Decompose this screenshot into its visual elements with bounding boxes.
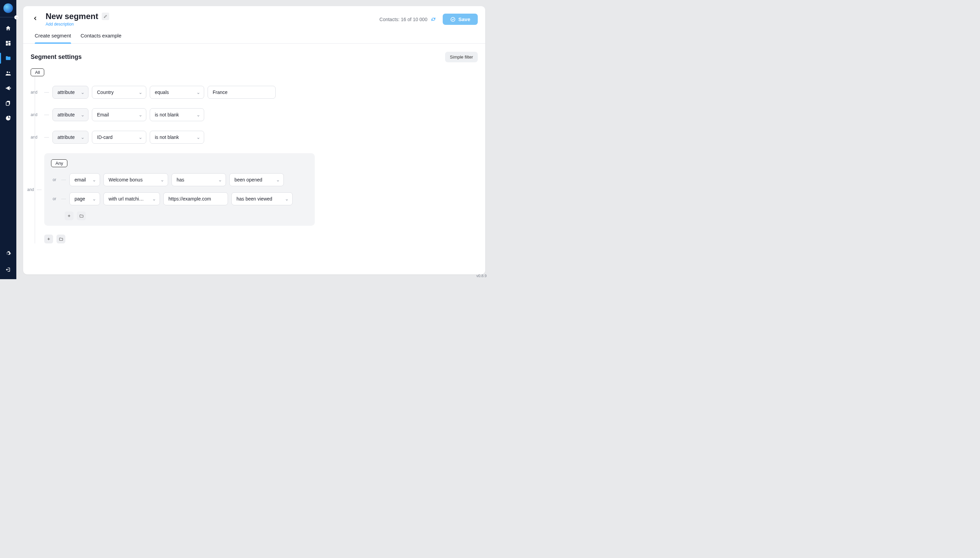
sidebar-expand-handle[interactable]: › xyxy=(0,17,16,17)
back-button[interactable] xyxy=(31,14,40,23)
version-label: v0.8.9 xyxy=(476,274,487,278)
rule-row: and attribute ⌄ Email ⌄ is not blank ⌄ xyxy=(31,108,478,121)
nav-copy[interactable] xyxy=(5,100,11,107)
chevron-down-icon: ⌄ xyxy=(218,177,222,182)
rule-value-input[interactable]: https://example.com xyxy=(163,192,228,205)
chevron-down-icon: ⌄ xyxy=(196,112,200,117)
tree-guide xyxy=(35,76,35,243)
segment-body: Segment settings Simple filter All and a… xyxy=(23,44,485,274)
sidebar: › xyxy=(0,0,16,279)
rule-kind-select[interactable]: email ⌄ xyxy=(69,173,100,186)
rule-kind-select[interactable]: attribute ⌄ xyxy=(52,131,88,144)
group-combinator-pill[interactable]: Any xyxy=(51,159,67,167)
chevron-down-icon: ⌄ xyxy=(139,135,142,140)
rule-field-select[interactable]: Country ⌄ xyxy=(92,86,146,99)
group-conjunction-label: and xyxy=(27,187,34,192)
rule-row: and attribute ⌄ ID-card ⌄ is not blank ⌄ xyxy=(31,131,478,144)
conjunction-label: and xyxy=(31,135,41,140)
pencil-icon xyxy=(103,14,108,18)
nested-group: and Any or email ⌄ Welcome bonus ⌄ ha xyxy=(44,153,315,226)
simple-filter-button[interactable]: Simple filter xyxy=(445,52,478,62)
add-rule-button[interactable] xyxy=(65,212,74,220)
svg-rect-3 xyxy=(6,44,8,46)
nav-logout[interactable] xyxy=(5,266,11,273)
chevron-down-icon: ⌄ xyxy=(81,135,85,140)
rule-kind-select[interactable]: attribute ⌄ xyxy=(52,108,88,121)
add-description-link[interactable]: Add description xyxy=(46,22,109,26)
conjunction-label: and xyxy=(31,112,41,117)
rule-field-select[interactable]: Welcome bonus ⌄ xyxy=(103,173,168,186)
check-circle-icon xyxy=(450,17,456,22)
rule-field-select[interactable]: with url matchi… ⌄ xyxy=(103,192,160,205)
rule-operator-select[interactable]: is not blank ⌄ xyxy=(150,131,204,144)
plus-icon xyxy=(67,214,71,218)
plus-icon xyxy=(47,237,51,241)
nav-megaphone[interactable] xyxy=(5,85,11,92)
chevron-down-icon: ⌄ xyxy=(81,90,85,95)
conjunction-label: or xyxy=(51,177,58,182)
rule-operator-select[interactable]: equals ⌄ xyxy=(150,86,204,99)
folder-icon xyxy=(59,237,63,241)
rule-kind-select[interactable]: page ⌄ xyxy=(69,192,100,205)
svg-rect-7 xyxy=(6,102,9,105)
tabs: Create segment Contacts example xyxy=(23,26,485,44)
folder-icon xyxy=(79,214,84,218)
refresh-icon xyxy=(431,17,436,22)
rule-row: or email ⌄ Welcome bonus ⌄ has ⌄ xyxy=(51,173,308,186)
rule-value-input[interactable]: France xyxy=(208,86,276,99)
rule-field-select[interactable]: Email ⌄ xyxy=(92,108,146,121)
header: New segment Add description Contacts: 16… xyxy=(23,6,485,26)
nav-people[interactable] xyxy=(5,70,11,77)
nav-dashboard[interactable] xyxy=(5,40,11,47)
rule-operator-select[interactable]: has been viewed ⌄ xyxy=(231,192,293,205)
rule-value-select[interactable]: been opened ⌄ xyxy=(229,173,284,186)
tab-contacts-example[interactable]: Contacts example xyxy=(81,33,121,43)
root-combinator-pill[interactable]: All xyxy=(31,69,44,76)
save-button-label: Save xyxy=(458,16,470,22)
nav-home[interactable] xyxy=(5,25,11,32)
filter-tree: All and attribute ⌄ Country ⌄ equals ⌄ xyxy=(31,69,478,243)
chevron-down-icon: ⌄ xyxy=(285,196,289,202)
segment-settings-heading: Segment settings xyxy=(31,53,82,61)
app-logo xyxy=(3,3,13,13)
main-panel: New segment Add description Contacts: 16… xyxy=(23,6,485,274)
chevron-down-icon: ⌄ xyxy=(81,112,85,117)
chevron-down-icon: ⌄ xyxy=(196,135,200,140)
svg-rect-0 xyxy=(6,41,8,43)
chevron-down-icon: ⌄ xyxy=(160,177,164,182)
chevron-down-icon: ⌄ xyxy=(139,112,142,117)
conjunction-label: and xyxy=(31,90,41,95)
svg-point-4 xyxy=(7,72,8,73)
rule-field-select[interactable]: ID-card ⌄ xyxy=(92,131,146,144)
add-rule-button[interactable] xyxy=(44,235,53,243)
conjunction-label: or xyxy=(51,197,58,201)
add-group-button[interactable] xyxy=(77,212,86,220)
chevron-down-icon: ⌄ xyxy=(92,196,96,202)
add-group-button[interactable] xyxy=(56,235,65,243)
nav-analytics[interactable] xyxy=(5,115,11,121)
rule-row: and attribute ⌄ Country ⌄ equals ⌄ Franc… xyxy=(31,86,478,99)
save-button[interactable]: Save xyxy=(443,14,478,25)
edit-title-button[interactable] xyxy=(102,13,109,20)
chevron-down-icon: ⌄ xyxy=(152,196,156,202)
chevron-down-icon: ⌄ xyxy=(196,90,200,95)
chevron-down-icon: ⌄ xyxy=(139,90,142,95)
rule-operator-select[interactable]: is not blank ⌄ xyxy=(150,108,204,121)
chevron-down-icon: ⌄ xyxy=(92,177,96,182)
rule-row: or page ⌄ with url matchi… ⌄ https://exa… xyxy=(51,192,308,205)
rule-kind-select[interactable]: attribute ⌄ xyxy=(52,86,88,99)
tab-create-segment[interactable]: Create segment xyxy=(35,33,71,43)
refresh-button[interactable] xyxy=(431,17,436,22)
rule-operator-select[interactable]: has ⌄ xyxy=(172,173,226,186)
svg-rect-1 xyxy=(8,41,11,42)
chevron-down-icon: ⌄ xyxy=(276,177,280,182)
nav-settings[interactable] xyxy=(5,250,11,257)
svg-rect-2 xyxy=(8,43,11,46)
nav-folder[interactable] xyxy=(5,55,11,62)
page-title: New segment xyxy=(46,11,98,21)
svg-point-5 xyxy=(9,72,10,73)
contacts-count: Contacts: 16 of 10 000 xyxy=(380,17,436,22)
